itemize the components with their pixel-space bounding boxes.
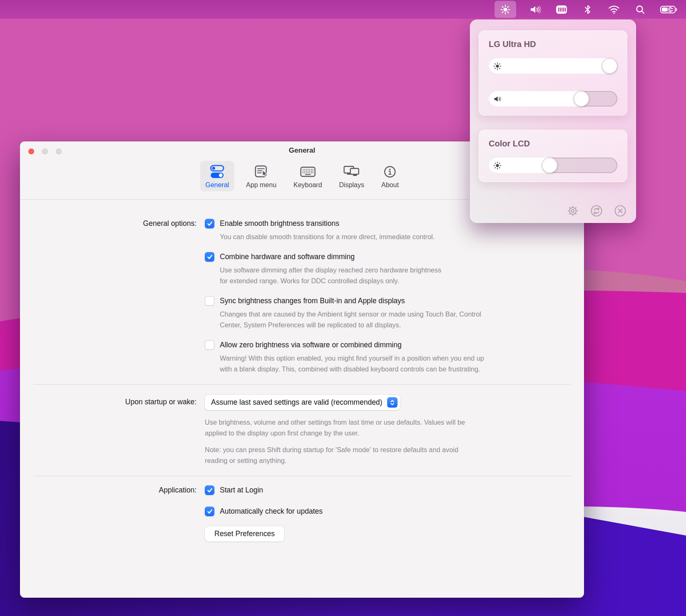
- app-menu-icon: [254, 164, 269, 179]
- bluetooth-menu-icon[interactable]: [581, 1, 595, 18]
- tab-general[interactable]: General: [200, 161, 234, 191]
- general-options-label: General options:: [20, 219, 205, 374]
- checkbox-row-auto-updates: Automatically check for updates: [205, 507, 579, 516]
- close-icon[interactable]: [614, 204, 627, 218]
- volume-icon: [493, 95, 502, 103]
- display-card-color-lcd: Color LCD: [479, 130, 627, 182]
- slider-fill: [489, 58, 617, 74]
- checkbox-row-zero-brightness: Allow zero brightness via software or co…: [205, 340, 579, 350]
- smooth-transitions-checkbox[interactable]: [205, 219, 214, 228]
- brightness-slider[interactable]: [489, 158, 617, 173]
- window-content: General options: Enable smooth brightnes…: [20, 200, 584, 542]
- refresh-icon[interactable]: [590, 204, 603, 218]
- startup-label: Upon startup or wake:: [20, 395, 205, 466]
- help-text: You can disable smooth transitions for a…: [220, 231, 579, 242]
- display-card-lg-ultra-hd: LG Ultra HD: [479, 30, 627, 116]
- checkbox-label: Automatically check for updates: [220, 507, 323, 516]
- battery-menu-icon[interactable]: [659, 1, 679, 18]
- brightness-icon: [493, 62, 502, 70]
- display-name: LG Ultra HD: [489, 40, 617, 49]
- sync-brightness-checkbox[interactable]: [205, 296, 214, 306]
- help-text: Changes that are caused by the Ambient l…: [220, 309, 579, 330]
- help-text: Use brightness, volume and other setting…: [205, 417, 579, 438]
- wifi-menu-icon[interactable]: [607, 1, 621, 18]
- displays-popup: LG Ultra HD: [470, 20, 636, 223]
- slider-knob[interactable]: [574, 91, 589, 106]
- menu-bar-status-icons: [495, 1, 686, 18]
- tab-about-label: About: [381, 181, 399, 189]
- menu-bar: [0, 0, 686, 19]
- displays-icon: [343, 164, 360, 179]
- auto-updates-checkbox[interactable]: [205, 507, 214, 516]
- tab-displays-label: Displays: [339, 181, 364, 189]
- toggles-icon: [209, 164, 225, 179]
- reset-preferences-button[interactable]: Reset Preferences: [205, 526, 284, 542]
- volume-slider[interactable]: [489, 91, 617, 106]
- chevron-up-down-icon: [387, 397, 398, 408]
- startup-section: Upon startup or wake: Assume last saved …: [20, 395, 584, 466]
- tab-app-menu-label: App menu: [246, 181, 276, 189]
- tab-general-label: General: [205, 181, 229, 189]
- section-divider: [33, 384, 571, 385]
- desktop: General General: [0, 0, 686, 616]
- application-label: Application:: [20, 485, 205, 542]
- checkbox-label: Enable smooth brightness transitions: [220, 219, 339, 228]
- start-at-login-checkbox[interactable]: [205, 485, 214, 495]
- search-menu-icon[interactable]: [633, 1, 647, 18]
- help-text: Warning! With this option enabled, you m…: [220, 353, 579, 374]
- checkbox-row-sync-brightness: Sync brightness changes from Built-in an…: [205, 296, 579, 306]
- display-meter-menu-icon[interactable]: [554, 1, 569, 18]
- checkbox-label: Sync brightness changes from Built-in an…: [220, 297, 405, 305]
- checkbox-label: Start at Login: [220, 486, 263, 495]
- checkbox-row-start-at-login: Start at Login: [205, 485, 579, 495]
- combine-dimming-checkbox[interactable]: [205, 252, 214, 262]
- settings-gear-icon[interactable]: [566, 204, 579, 218]
- slider-knob[interactable]: [542, 158, 557, 173]
- checkbox-row-combine-dimming: Combine hardware and software dimming: [205, 252, 579, 262]
- tab-keyboard[interactable]: Keyboard: [288, 161, 328, 191]
- general-options-section: General options: Enable smooth brightnes…: [20, 219, 584, 374]
- popup-footer: [566, 204, 627, 218]
- startup-select-value: Assume last saved settings are valid (re…: [211, 398, 382, 407]
- info-icon: [383, 164, 397, 179]
- tab-displays[interactable]: Displays: [334, 161, 370, 191]
- help-text: Use software dimming after the display r…: [220, 265, 579, 286]
- keyboard-icon: [299, 164, 316, 179]
- display-name: Color LCD: [489, 139, 617, 148]
- checkbox-label: Allow zero brightness via software or co…: [220, 341, 402, 349]
- brightness-icon: [493, 161, 502, 170]
- checkbox-label: Combine hardware and software dimming: [220, 252, 355, 261]
- tab-about[interactable]: About: [376, 161, 404, 191]
- note-text: Note: you can press Shift during startup…: [205, 444, 579, 466]
- volume-menu-icon[interactable]: [528, 1, 542, 18]
- toolbar-tabs: General App menu: [200, 161, 404, 191]
- slider-knob[interactable]: [602, 58, 617, 74]
- zero-brightness-checkbox[interactable]: [205, 340, 214, 350]
- tab-keyboard-label: Keyboard: [293, 181, 322, 189]
- tab-app-menu[interactable]: App menu: [241, 161, 282, 191]
- brightness-menu-icon[interactable]: [495, 1, 516, 18]
- application-section: Application: Start at Login Automaticall…: [20, 485, 584, 542]
- startup-select[interactable]: Assume last saved settings are valid (re…: [205, 395, 400, 410]
- brightness-slider[interactable]: [489, 58, 617, 74]
- section-divider: [33, 476, 571, 476]
